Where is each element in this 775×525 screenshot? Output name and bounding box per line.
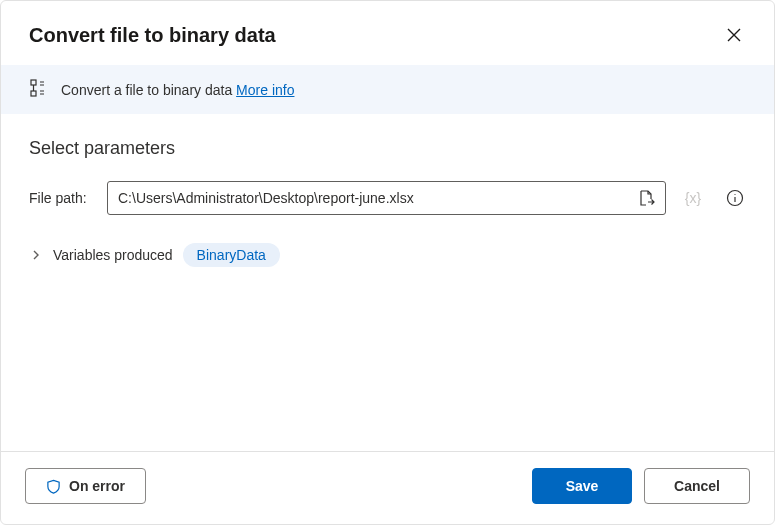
file-path-label: File path: — [29, 190, 95, 206]
close-button[interactable] — [718, 19, 750, 51]
on-error-button[interactable]: On error — [25, 468, 146, 504]
dialog-header: Convert file to binary data — [1, 1, 774, 65]
parameters-heading: Select parameters — [29, 138, 746, 159]
info-description: Convert a file to binary data — [61, 82, 232, 98]
info-bar: Convert a file to binary data More info — [1, 65, 774, 114]
dialog-footer: On error Save Cancel — [1, 451, 774, 524]
file-path-input-wrapper — [107, 181, 666, 215]
variables-produced-row: Variables produced BinaryData — [29, 243, 746, 267]
variables-produced-label: Variables produced — [53, 247, 173, 263]
dialog-title: Convert file to binary data — [29, 24, 276, 47]
file-path-info-button[interactable] — [724, 187, 746, 209]
svg-point-3 — [734, 194, 735, 195]
chevron-right-icon — [31, 250, 41, 260]
variable-chip-binarydata[interactable]: BinaryData — [183, 243, 280, 267]
cancel-button[interactable]: Cancel — [644, 468, 750, 504]
variable-token-button[interactable]: {x} — [680, 185, 706, 211]
footer-actions: Save Cancel — [532, 468, 750, 504]
dialog: Convert file to binary data Convert a fi… — [0, 0, 775, 525]
variables-expand-toggle[interactable] — [29, 248, 43, 262]
on-error-label: On error — [69, 478, 125, 494]
info-bar-text: Convert a file to binary data More info — [61, 82, 294, 98]
close-icon — [727, 28, 741, 42]
save-button[interactable]: Save — [532, 468, 632, 504]
shield-icon — [46, 479, 61, 494]
file-path-input[interactable] — [118, 190, 633, 206]
dialog-body: Select parameters File path: {x} — [1, 114, 774, 451]
more-info-link[interactable]: More info — [236, 82, 294, 98]
file-path-row: File path: {x} — [29, 181, 746, 215]
file-arrow-icon — [637, 189, 655, 207]
svg-rect-1 — [31, 91, 36, 96]
binary-convert-icon — [29, 79, 47, 100]
svg-rect-0 — [31, 80, 36, 85]
file-picker-button[interactable] — [633, 185, 659, 211]
info-icon — [726, 189, 744, 207]
